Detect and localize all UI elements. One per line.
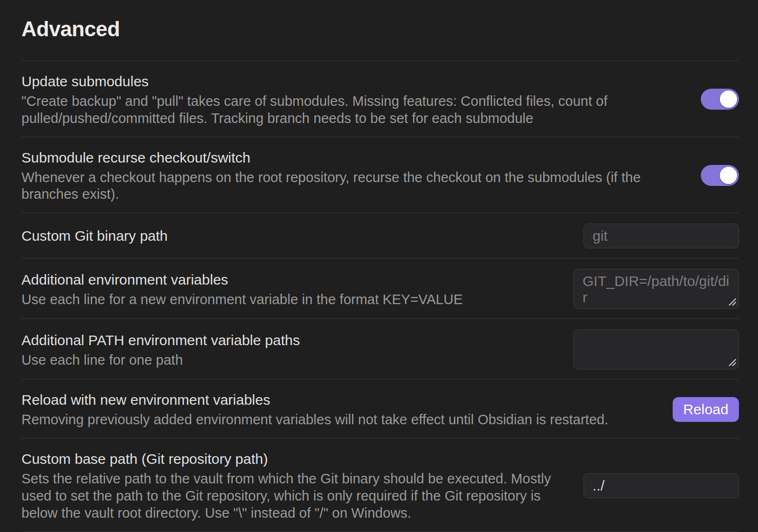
setting-control — [701, 89, 739, 110]
setting-name: Custom base path (Git repository path) — [21, 449, 567, 469]
custom-base-path-input[interactable] — [584, 473, 739, 498]
reload-button[interactable]: Reload — [673, 397, 739, 422]
setting-name: Update submodules — [21, 72, 685, 92]
setting-row-update-submodules: Update submodules "Create backup" and "p… — [21, 61, 739, 137]
setting-name: Custom Git binary path — [21, 226, 567, 246]
section-title: Advanced — [21, 17, 739, 41]
toggle-knob — [720, 91, 737, 108]
settings-list: Update submodules "Create backup" and "p… — [21, 61, 739, 532]
setting-name: Reload with new environment variables — [21, 390, 656, 410]
setting-row-path-env-paths: Additional PATH environment variable pat… — [21, 318, 739, 379]
submodule-recurse-toggle[interactable] — [701, 165, 739, 186]
setting-description: Sets the relative path to the vault from… — [21, 471, 567, 522]
setting-info: Update submodules "Create backup" and "p… — [21, 72, 701, 127]
setting-description: Whenever a checkout happens on the root … — [21, 169, 685, 204]
setting-control: Reload — [673, 397, 739, 422]
textarea-wrapper — [574, 329, 739, 369]
setting-name: Submodule recurse checkout/switch — [21, 148, 685, 168]
toggle-knob — [720, 167, 737, 184]
textarea-wrapper — [574, 269, 739, 309]
setting-row-submodule-recurse: Submodule recurse checkout/switch Whenev… — [21, 137, 739, 213]
setting-control — [584, 224, 739, 248]
setting-control — [584, 473, 739, 498]
path-env-paths-textarea[interactable] — [574, 329, 739, 369]
setting-description: Use each line for a new environment vari… — [21, 291, 557, 308]
setting-info: Additional PATH environment variable pat… — [21, 330, 574, 369]
setting-description: "Create backup" and "pull" takes care of… — [21, 93, 685, 127]
setting-row-env-variables: Additional environment variables Use eac… — [21, 258, 739, 318]
setting-info: Submodule recurse checkout/switch Whenev… — [21, 148, 701, 204]
setting-info: Custom Git binary path — [21, 226, 584, 246]
git-binary-path-input[interactable] — [584, 224, 739, 248]
setting-description: Use each line for one path — [21, 352, 557, 369]
setting-control — [574, 269, 739, 309]
env-variables-textarea[interactable] — [574, 269, 739, 309]
setting-row-reload-env: Reload with new environment variables Re… — [21, 379, 739, 438]
setting-info: Reload with new environment variables Re… — [21, 390, 673, 429]
setting-control — [701, 165, 739, 186]
setting-row-custom-base-path: Custom base path (Git repository path) S… — [21, 438, 739, 532]
setting-description: Removing previously added environment va… — [21, 411, 656, 429]
setting-info: Custom base path (Git repository path) S… — [21, 449, 584, 522]
settings-panel-advanced: Advanced Update submodules "Create backu… — [0, 17, 758, 532]
setting-name: Additional environment variables — [21, 270, 557, 290]
setting-name: Additional PATH environment variable pat… — [21, 330, 557, 350]
update-submodules-toggle[interactable] — [701, 89, 739, 110]
setting-info: Additional environment variables Use eac… — [21, 270, 574, 308]
setting-row-git-binary-path: Custom Git binary path — [21, 213, 739, 258]
setting-control — [574, 329, 739, 369]
